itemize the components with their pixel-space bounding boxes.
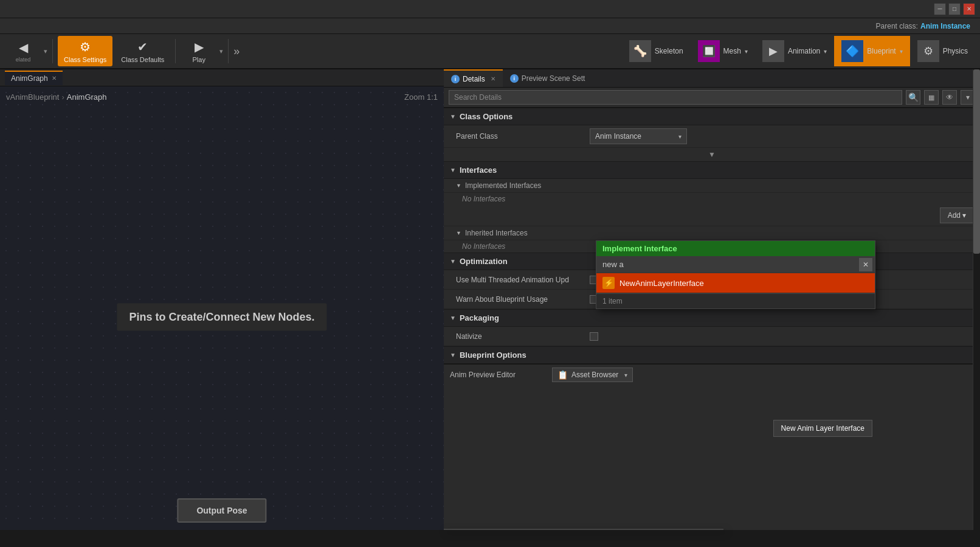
popup-count: 1 item (596, 293, 875, 308)
details-tab-close[interactable]: ✕ (491, 75, 495, 82)
animation-icon: ▶ (762, 40, 784, 62)
preview-scene-label: Preview Scene Sett (522, 74, 585, 83)
blueprint-options-header[interactable]: ▼ Blueprint Options (444, 346, 980, 364)
hint-text: Pins to Create/Connect New Nodes. (117, 303, 326, 330)
preview-scene-tab[interactable]: i Preview Scene Sett (503, 69, 593, 87)
details-content: ▼ Class Options Parent Class Anim Instan… (444, 108, 980, 529)
asset-browser-label: Asset Browser (571, 371, 618, 379)
parent-class-value: Anim Instance (920, 22, 970, 30)
interfaces-header[interactable]: ▼ Interfaces (444, 161, 980, 179)
toolbar: ◀ elated ▾ ⚙ Class Settings ✔ Class Defa… (0, 34, 980, 69)
parent-class-dropdown-value: Anim Instance (595, 132, 641, 141)
animgraph-close-icon[interactable]: ✕ (52, 75, 57, 82)
nativize-value (590, 332, 974, 341)
more-arrow[interactable]: » (233, 45, 240, 58)
class-defaults-button[interactable]: ✔ Class Defaults (115, 36, 170, 66)
packaging-label: Packaging (460, 313, 499, 322)
warn-blueprint-label: Warn About Blueprint Usage (456, 295, 590, 304)
class-options-arrow: ▼ (450, 113, 456, 120)
class-settings-icon: ⚙ (80, 40, 91, 54)
popup-search-input[interactable] (599, 257, 859, 271)
output-pose-button[interactable]: Output Pose (177, 498, 266, 523)
add-interface-label: Add (948, 211, 961, 220)
interfaces-arrow: ▼ (450, 167, 456, 173)
tab-blueprint[interactable]: 🔷 Blueprint ▾ (834, 36, 909, 66)
parent-class-prop-label: Parent Class (456, 132, 590, 141)
class-settings-label: Class Settings (64, 56, 106, 63)
eye-button[interactable]: 👁 (942, 90, 957, 105)
inherited-arrow: ▼ (456, 230, 461, 236)
title-bar: ─ □ ✕ (0, 0, 980, 18)
asset-browser-icon: 📋 (557, 370, 568, 380)
view-button[interactable]: ▦ (924, 90, 939, 105)
animgraph-tab-label: AnimGraph (11, 74, 48, 83)
implemented-arrow: ▼ (456, 183, 461, 189)
interfaces-label: Interfaces (460, 165, 497, 175)
popup-search-row: ✕ (596, 256, 875, 273)
add-interface-button[interactable]: Add ▾ (940, 207, 974, 223)
preview-info-icon: i (510, 74, 519, 83)
implement-interface-overlay: Implement Interface ✕ ⚡ NewAnimLayerInte… (596, 240, 872, 309)
physics-icon: ⚙ (917, 40, 939, 62)
anim-editor-label: Anim Preview Editor (450, 371, 547, 379)
tab-animation[interactable]: ▶ Animation ▾ (755, 36, 834, 66)
breadcrumb-separator: › (61, 92, 64, 102)
play-dropdown-arrow[interactable]: ▾ (219, 47, 223, 55)
animation-label: Animation (788, 47, 820, 55)
anim-editor-dropdown[interactable]: 📋 Asset Browser ▾ (552, 368, 633, 382)
scrollbar-thumb[interactable] (973, 69, 980, 254)
nativize-checkbox[interactable] (590, 332, 598, 341)
tab-skeleton[interactable]: 🦴 Skeleton (622, 36, 691, 66)
multi-thread-label: Use Multi Threaded Animation Upd (456, 276, 590, 284)
animation-dropdown-icon: ▾ (824, 48, 827, 55)
class-options-label: Class Options (460, 112, 512, 121)
skeleton-icon: 🦴 (629, 40, 651, 62)
packaging-header[interactable]: ▼ Packaging (444, 309, 980, 327)
blueprint-options-label: Blueprint Options (460, 350, 526, 360)
skeleton-label: Skeleton (655, 47, 683, 55)
blueprint-icon: 🔷 (841, 40, 863, 62)
toolbar-separator-2 (175, 39, 176, 63)
scrollbar-track[interactable] (973, 69, 980, 530)
class-defaults-label: Class Defaults (121, 56, 164, 63)
window-controls[interactable]: ─ □ ✕ (934, 3, 975, 15)
popup-result-row[interactable]: ⚡ NewAnimLayerInterface (596, 273, 875, 293)
details-tab[interactable]: i Details ✕ (444, 69, 503, 87)
parent-class-prop-value: Anim Instance ▾ (590, 128, 974, 144)
play-button[interactable]: ▶ Play (181, 36, 217, 66)
graph-canvas[interactable]: vAnimBlueprint › AnimGraph Zoom 1:1 Pins… (0, 86, 444, 530)
minimize-button[interactable]: ─ (934, 3, 946, 15)
popup-header: Implement Interface (596, 241, 875, 256)
back-label: elated (16, 57, 31, 63)
dropdown-arrow[interactable]: ▾ (44, 47, 47, 55)
close-button[interactable]: ✕ (963, 3, 975, 15)
mesh-label: Mesh (723, 47, 741, 55)
tab-mesh[interactable]: 🔲 Mesh ▾ (691, 36, 755, 66)
popup-clear-button[interactable]: ✕ (859, 258, 872, 271)
back-button[interactable]: ◀ elated (5, 36, 41, 66)
parent-class-dropdown[interactable]: Anim Instance ▾ (590, 128, 687, 144)
search-input[interactable] (449, 90, 902, 105)
implement-interface-popup (444, 529, 723, 530)
parent-class-bar: Parent class: Anim Instance (0, 18, 980, 34)
parent-class-row: Parent Class Anim Instance ▾ (444, 125, 980, 148)
class-options-header[interactable]: ▼ Class Options (444, 108, 980, 125)
breadcrumb-parent: vAnimBlueprint (6, 92, 59, 102)
maximize-button[interactable]: □ (948, 3, 961, 15)
implemented-interfaces-label: Implemented Interfaces (465, 181, 541, 190)
tab-physics[interactable]: ⚙ Physics (910, 36, 975, 66)
toolbar-separator-3 (228, 39, 229, 63)
animgraph-tab[interactable]: AnimGraph ✕ (5, 71, 63, 85)
add-interface-arrow: ▾ (962, 211, 966, 220)
nativize-label: Nativize (456, 332, 590, 341)
graph-tab-bar: AnimGraph ✕ (0, 69, 444, 86)
search-button[interactable]: 🔍 (906, 90, 920, 105)
asset-browser-dropdown-arrow: ▾ (624, 372, 627, 378)
toolbar-separator-1 (52, 39, 53, 63)
breadcrumb: vAnimBlueprint › AnimGraph (6, 92, 107, 102)
search-bar: 🔍 ▦ 👁 ▾ (444, 88, 980, 108)
class-settings-button[interactable]: ⚙ Class Settings (58, 36, 112, 66)
details-tab-bar: i Details ✕ i Preview Scene Sett (444, 69, 980, 88)
tooltip-box: New Anim Layer Interface (773, 420, 872, 437)
mode-tabs: 🦴 Skeleton 🔲 Mesh ▾ ▶ Animation ▾ 🔷 Blue… (622, 36, 975, 66)
